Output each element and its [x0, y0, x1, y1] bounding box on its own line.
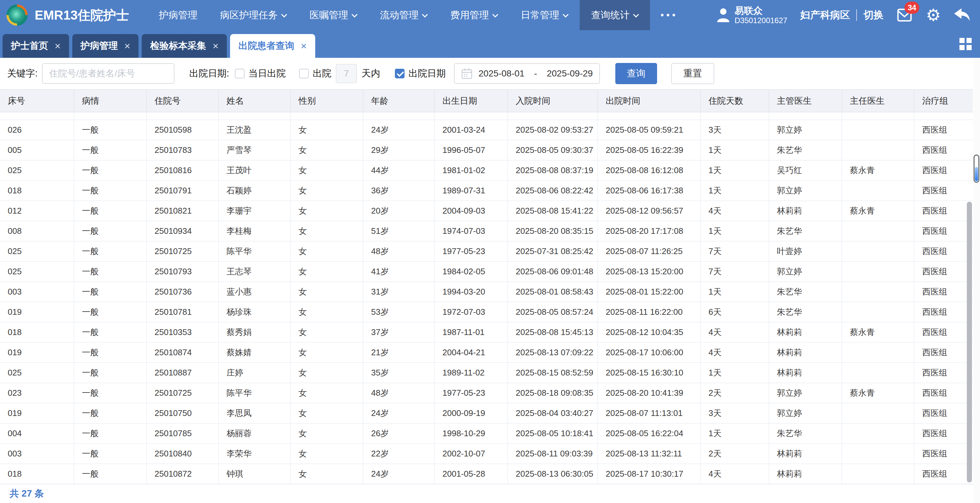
tab-lab-specimen[interactable]: 检验标本采集 × — [142, 34, 227, 58]
cell-admit-time: 2025-08-08 08:37:19 — [508, 160, 598, 181]
table-row[interactable]: 012 一般 25010821 李珊宇 女 20岁 2004-09-03 202… — [0, 201, 973, 221]
cell-age: 36岁 — [363, 181, 434, 201]
close-icon[interactable]: × — [55, 40, 61, 52]
col-admit-time: 入院时间 — [508, 90, 598, 112]
cell-chief-doctor — [842, 282, 914, 302]
table-row[interactable]: 018 一般 25010353 蔡秀娟 女 37岁 1987-11-01 202… — [0, 322, 973, 343]
close-icon[interactable]: × — [212, 40, 218, 52]
close-icon[interactable]: × — [301, 40, 307, 52]
messages-button[interactable]: 34 — [896, 7, 913, 24]
cell-condition: 一般 — [74, 221, 146, 241]
cell-admit-time: 2025-08-05 10:18:41 — [508, 423, 598, 444]
cell-admission-no: 25010725 — [146, 241, 218, 262]
date-range-checkbox[interactable] — [395, 69, 404, 78]
cell-condition: 一般 — [74, 160, 146, 181]
table-row[interactable]: 018 一般 25010872 钟琪 女 24岁 2001-05-28 2025… — [0, 464, 973, 484]
table-row[interactable]: 003 一般 25010736 蓝小惠 女 31岁 1994-03-20 202… — [0, 282, 973, 302]
table-row[interactable]: 023 一般 25010725 陈平华 女 48岁 1977-05-23 202… — [0, 383, 973, 403]
cell-birth-date: 1996-05-07 — [434, 140, 508, 160]
more-menu-button[interactable] — [661, 14, 675, 16]
window-scrollbar-track[interactable] — [974, 58, 980, 503]
tab-discharged-patient-query[interactable]: 出院患者查询 × — [230, 34, 315, 58]
table-row[interactable]: 025 一般 25010725 陈平华 女 48岁 1977-05-23 202… — [0, 241, 973, 262]
user-profile[interactable]: 易联众 D35012001627 — [716, 5, 787, 25]
cell-name: 王沈盈 — [218, 120, 291, 140]
table-row[interactable]: 026 一般 25010598 王沈盈 女 24岁 2001-03-24 202… — [0, 120, 973, 140]
menu-item-fees[interactable]: 费用管理 — [439, 0, 509, 30]
cell-birth-date: 2000-09-19 — [434, 403, 508, 423]
table-body: 026 一般 25010598 王沈盈 女 24岁 2001-03-24 202… — [0, 112, 973, 484]
back-button[interactable] — [954, 8, 970, 22]
menu-item-query-stats[interactable]: 查询统计 — [580, 0, 650, 30]
table-row[interactable]: 025 一般 25010887 庄婷 女 35岁 1989-11-02 2025… — [0, 363, 973, 383]
window-scrollbar-thumb[interactable] — [974, 154, 979, 183]
tab-grid-view-button[interactable] — [959, 38, 972, 50]
reset-button[interactable]: 重置 — [671, 63, 714, 84]
tab-nursing-care[interactable]: 护病管理 × — [72, 34, 139, 58]
cell-age: 44岁 — [363, 160, 434, 181]
cell-admit-time: 2025-08-08 15:45:13 — [508, 322, 598, 343]
table-row[interactable]: 018 一般 25010791 石颖婷 女 36岁 1989-07-31 202… — [0, 181, 973, 201]
within-days-checkbox[interactable] — [299, 69, 309, 78]
cell-chief-doctor — [842, 464, 914, 484]
cell-age: 48岁 — [363, 241, 434, 262]
table-row[interactable]: 019 一般 25010750 李思凤 女 24岁 2000-09-19 202… — [0, 403, 973, 423]
table-scrollbar-thumb[interactable] — [967, 202, 972, 482]
cell-admission-no: 25010783 — [146, 140, 218, 160]
cell-condition: 一般 — [74, 464, 146, 484]
table-row[interactable]: 008 一般 25010934 李桂梅 女 51岁 1974-07-03 202… — [0, 221, 973, 241]
cell-admission-no: 25010934 — [146, 221, 218, 241]
cell-attending-doctor: 郭立婷 — [769, 262, 842, 282]
calendar-icon — [461, 68, 473, 79]
table-row[interactable]: 019 一般 25010874 蔡姝婧 女 21岁 2004-04-21 202… — [0, 343, 973, 363]
cell-name: 蓝小惠 — [218, 282, 291, 302]
cell-stay-days: 1天 — [700, 140, 769, 160]
cell-discharge-time: 2025-08-12 10:04:35 — [598, 322, 700, 343]
menu-item-nursing-care[interactable]: 护病管理 — [148, 0, 208, 30]
within-days-input[interactable] — [336, 64, 357, 83]
ward-switch-button[interactable]: 切换 — [863, 8, 883, 22]
cell-discharge-time: 2025-08-07 11:26:25 — [598, 241, 700, 262]
menu-item-ward-tasks[interactable]: 病区护理任务 — [208, 0, 298, 30]
cell-stay-days: 6天 — [700, 302, 769, 322]
cell-discharge-time: 2025-08-15 16:30:10 — [598, 363, 700, 383]
cell-bed-no: 003 — [0, 444, 74, 464]
keyword-input[interactable] — [42, 63, 175, 84]
cell-condition: 一般 — [74, 181, 146, 201]
cell-admission-no: 25010791 — [146, 181, 218, 201]
cell-birth-date: 1977-05-23 — [434, 383, 508, 403]
ward-name: 妇产科病区 — [800, 8, 850, 22]
cell-birth-date: 1974-07-03 — [434, 221, 508, 241]
menu-item-daily[interactable]: 日常管理 — [509, 0, 580, 30]
nav-right: 易联众 D35012001627 妇产科病区 切换 34 ⚙ — [716, 5, 980, 25]
col-admission-no: 住院号 — [146, 90, 218, 112]
cell-birth-date: 1998-10-29 — [434, 423, 508, 444]
cell-birth-date: 1981-01-02 — [434, 160, 508, 181]
table-row[interactable]: 019 一般 25010781 杨珍珠 女 53岁 1972-07-03 202… — [0, 302, 973, 322]
cell-admission-no: 25010725 — [146, 383, 218, 403]
cell-admission-no: 25010872 — [146, 464, 218, 484]
col-birth-date: 出生日期 — [434, 90, 508, 112]
search-button[interactable]: 查询 — [615, 63, 657, 84]
cell-birth-date: 2004-04-21 — [434, 343, 508, 363]
close-icon[interactable]: × — [124, 40, 130, 52]
table-row[interactable]: 025 一般 25010793 王志琴 女 41岁 1984-02-05 202… — [0, 262, 973, 282]
user-id: D35012001627 — [735, 16, 787, 25]
cell-attending-doctor: 郭立婷 — [769, 403, 842, 423]
menu-item-flow[interactable]: 流动管理 — [369, 0, 439, 30]
table-row[interactable]: 003 一般 25010840 李荣华 女 22岁 2002-10-07 202… — [0, 444, 973, 464]
filter-bar: 关键字: 出院日期: 当日出院 出院 天内 出院日期 2025-08-01 — [0, 58, 980, 89]
gear-icon: ⚙ — [926, 7, 941, 24]
table-row[interactable]: 005 一般 25010783 严雪琴 女 29岁 1996-05-07 202… — [0, 140, 973, 160]
table-row[interactable]: 025 一般 25010816 王茂叶 女 44岁 1981-01-02 202… — [0, 160, 973, 181]
tab-nurse-home[interactable]: 护士首页 × — [3, 34, 69, 58]
cell-name: 蔡秀娟 — [218, 322, 291, 343]
cell-admission-no: 25010598 — [146, 120, 218, 140]
table-row[interactable]: 004 一般 25010785 杨丽蓉 女 26岁 1998-10-29 202… — [0, 423, 973, 444]
cell-chief-doctor — [842, 241, 914, 262]
settings-button[interactable]: ⚙ — [926, 7, 941, 24]
date-range-picker[interactable]: 2025-08-01 - 2025-09-29 — [454, 63, 600, 84]
same-day-checkbox[interactable] — [235, 69, 245, 78]
cell-condition: 一般 — [74, 140, 146, 160]
menu-item-orders[interactable]: 医嘱管理 — [298, 0, 369, 30]
